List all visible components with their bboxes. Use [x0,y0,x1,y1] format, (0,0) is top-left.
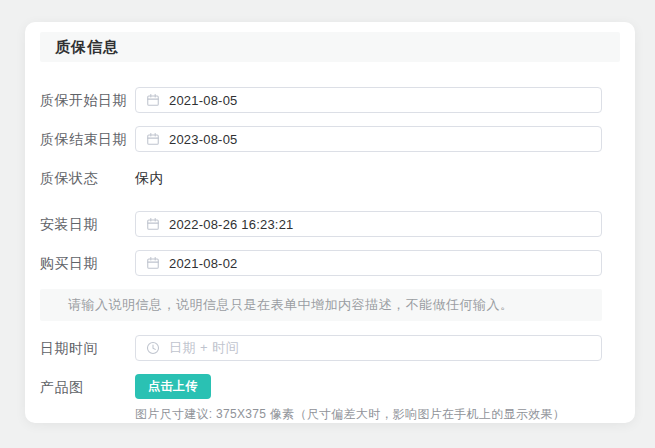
upload-button[interactable]: 点击上传 [135,374,211,399]
calendar-icon [146,93,160,107]
form-row-install-date: 安装日期 2022-08-26 16:23:21 [40,211,602,237]
description-notice-text: 请输入说明信息，说明信息只是在表单中增加内容描述，不能做任何输入。 [68,296,514,314]
purchase-date-value: 2021-08-02 [169,256,238,271]
form-row-warranty-end: 质保结束日期 2023-08-05 [40,126,602,152]
warranty-status-value: 保内 [135,170,164,186]
warranty-info-card: 质保信息 质保开始日期 2021-08-05 [25,22,635,423]
warranty-end-label: 质保结束日期 [40,126,135,152]
warranty-start-value: 2021-08-05 [169,93,238,108]
card-title: 质保信息 [55,38,119,57]
install-date-label: 安装日期 [40,211,135,237]
upload-hint: 图片尺寸建议: 375X375 像素（尺寸偏差大时，影响图片在手机上的显示效果） [135,406,602,423]
warranty-form: 质保开始日期 2021-08-05 质保结束日期 [40,87,620,423]
form-row-product-image: 产品图 点击上传 图片尺寸建议: 375X375 像素（尺寸偏差大时，影响图片在… [40,374,602,423]
datetime-input[interactable]: 日期 + 时间 [135,335,602,361]
warranty-end-date-input[interactable]: 2023-08-05 [135,126,602,152]
form-row-purchase-date: 购买日期 2021-08-02 [40,250,602,276]
description-notice: 请输入说明信息，说明信息只是在表单中增加内容描述，不能做任何输入。 [40,289,602,321]
warranty-start-label: 质保开始日期 [40,87,135,113]
calendar-icon [146,132,160,146]
install-date-value: 2022-08-26 16:23:21 [169,217,294,232]
purchase-date-input[interactable]: 2021-08-02 [135,250,602,276]
purchase-date-label: 购买日期 [40,250,135,276]
form-row-warranty-start: 质保开始日期 2021-08-05 [40,87,602,113]
card-header: 质保信息 [40,32,620,62]
form-row-warranty-status: 质保状态 保内 [40,165,602,191]
calendar-icon [146,217,160,231]
product-image-label: 产品图 [40,374,135,400]
datetime-placeholder: 日期 + 时间 [169,339,239,357]
clock-icon [146,341,160,355]
warranty-end-value: 2023-08-05 [169,132,238,147]
calendar-icon [146,256,160,270]
datetime-label: 日期时间 [40,335,135,361]
warranty-status-label: 质保状态 [40,165,135,191]
warranty-start-date-input[interactable]: 2021-08-05 [135,87,602,113]
install-date-input[interactable]: 2022-08-26 16:23:21 [135,211,602,237]
form-row-datetime: 日期时间 日期 + 时间 [40,335,602,361]
